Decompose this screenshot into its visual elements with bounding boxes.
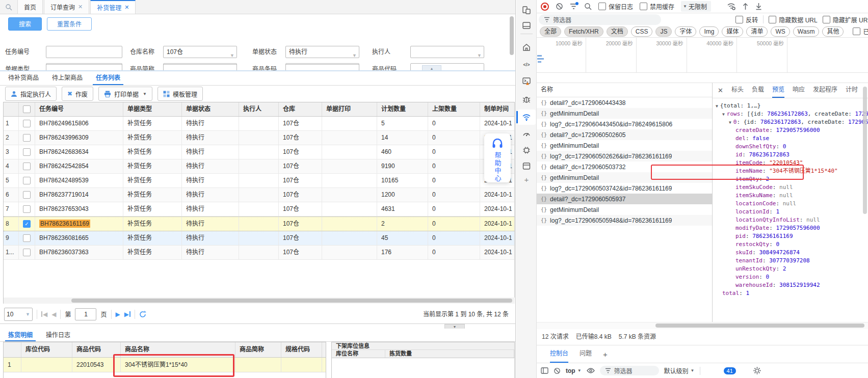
type-chip-10[interactable]: Wasm [793, 26, 820, 37]
column-header-7[interactable]: 上架数量 [428, 102, 480, 116]
json-line[interactable]: ▼rows: [{id: 786236172863, createDate: 1… [722, 110, 868, 118]
filter-select-1[interactable]: 107仓▼ [163, 46, 237, 58]
section-tab-2[interactable]: 任务列表 [93, 71, 123, 85]
toolbar-button-0[interactable]: 指定执行人 [5, 87, 57, 101]
home-icon[interactable] [522, 43, 531, 52]
json-line[interactable]: locationCode: null [735, 200, 796, 208]
json-line[interactable]: version: 0 [735, 273, 769, 281]
page-number-input[interactable]: 1 [75, 308, 96, 320]
clear-icon[interactable] [556, 3, 563, 10]
table-row[interactable]: 3BH786242683634补货任务待执行107仓46002024-10-1 [4, 145, 514, 159]
request-row[interactable]: {}detail?_dc=1729060502605 [537, 129, 712, 140]
checkbox-icon[interactable] [23, 148, 31, 156]
json-preview-tree[interactable]: ▼{total: 1,…}▼rows: [{id: 786236172863, … [713, 98, 868, 322]
drawer-add-icon[interactable]: + [603, 350, 608, 359]
gear-icon[interactable] [753, 367, 761, 374]
filter-select-2[interactable]: 待执行▼ [285, 46, 359, 58]
elements-icon[interactable]: </> [522, 60, 531, 69]
request-row[interactable]: {}log?_dc=1729060502626&id=786236161169 [537, 151, 712, 161]
window-tab-1[interactable]: 订单查询✕ [44, 0, 89, 14]
row-checkbox[interactable] [19, 202, 35, 216]
console-clear-icon[interactable] [554, 367, 561, 374]
throttling-select[interactable]: ▼无限制 [681, 1, 711, 12]
record-icon[interactable] [541, 3, 549, 11]
filter-input-partial[interactable] [285, 64, 359, 71]
json-line[interactable]: locationQtyInfoList: null [735, 216, 820, 224]
json-line[interactable]: skuId: 308494726874 [735, 249, 800, 257]
disable-cache-checkbox[interactable]: 禁用缓存 [640, 2, 674, 11]
preserve-log-checkbox[interactable]: 保留日志 [598, 2, 633, 11]
filter-icon[interactable] [570, 3, 577, 10]
row-checkbox[interactable] [19, 188, 35, 202]
column-header-2[interactable]: 单据状态 [182, 102, 239, 116]
json-line[interactable]: unRestockQty: 2 [735, 265, 786, 273]
json-line[interactable]: id: 786236172863 [735, 151, 790, 159]
json-line[interactable]: tenantId: 307770397208 [735, 257, 810, 265]
column-header-5[interactable]: 单据打印 [322, 102, 377, 116]
export-har-icon[interactable] [755, 3, 762, 10]
toolbar-button-3[interactable]: 模板管理 [157, 87, 203, 101]
pick-column-header-5[interactable]: 规 [322, 342, 326, 357]
type-chip-5[interactable]: 字体 [675, 26, 696, 37]
filter-input-0[interactable] [46, 46, 122, 58]
detail-tab-1[interactable]: 操作日志 [43, 329, 73, 341]
table-row[interactable]: 7BH786237653043补货任务待执行107仓463102024-10-1 [4, 202, 514, 217]
type-chip-4[interactable]: JS [655, 26, 672, 37]
row-checkbox[interactable]: ✓ [19, 217, 35, 231]
row-checkbox[interactable] [19, 159, 35, 173]
performance-icon[interactable] [522, 129, 531, 138]
row-checkbox[interactable] [19, 246, 35, 259]
console-message-count-badge[interactable]: 41 [724, 367, 736, 374]
request-row[interactable]: {}getMinimumDetail [537, 204, 712, 215]
table-row[interactable]: 5BH786242489539补货任务待执行107仓1016502024-10-… [4, 174, 514, 188]
first-page-button[interactable]: ◀ [41, 311, 47, 318]
table-row[interactable]: 2BH786243996309补货任务待执行107仓1402024-10-1 [4, 131, 514, 145]
dock-panel-icon[interactable] [522, 21, 531, 30]
request-row[interactable]: {}log?_dc=1729060505948&id=786236161169 [537, 215, 712, 226]
prev-page-button[interactable]: ◀ [51, 311, 56, 318]
filter-input-partial[interactable] [46, 64, 122, 71]
table-row[interactable]: 9BH786236081665补货任务待执行107仓4502024-10-1 [4, 231, 514, 246]
detail-tab-0[interactable]: 拣货明细 [5, 329, 36, 341]
import-har-icon[interactable] [742, 3, 749, 10]
json-line[interactable]: createDate: 1729057596000 [735, 126, 820, 134]
page-size-select[interactable]: 10▼ [4, 308, 33, 321]
shelf-col-location-name[interactable]: 库位名称 [332, 350, 385, 358]
row-checkbox[interactable] [19, 174, 35, 187]
last-page-button[interactable]: ▶ [124, 311, 130, 318]
type-chip-9[interactable]: WS [771, 26, 790, 37]
detail-tab-计时[interactable]: 计时 [846, 83, 858, 98]
json-line[interactable]: total: 1 [722, 289, 749, 298]
table-row[interactable]: 4BH786242542854补货任务待执行107仓919002024-10-1 [4, 159, 514, 174]
table-row[interactable]: 1...BH786236037363补货任务待执行107仓17602024-10… [4, 246, 514, 260]
row-checkbox[interactable] [19, 131, 35, 145]
checkbox-icon[interactable] [23, 234, 31, 242]
search-button[interactable]: 搜索 [8, 17, 42, 31]
request-row[interactable]: {}detail?_dc=1729060443438 [537, 97, 712, 108]
type-chip-8[interactable]: 清单 [746, 26, 768, 37]
checkbox-icon[interactable] [23, 249, 31, 256]
log-level-select[interactable]: 默认级别▼ [664, 366, 695, 375]
header-select-all[interactable] [19, 102, 35, 116]
type-chip-11[interactable]: 其他 [822, 26, 844, 37]
request-row[interactable]: {}log?_dc=1729060443450&id=786249615806 [537, 119, 712, 129]
section-tab-1[interactable]: 待上架商品 [49, 71, 86, 85]
detail-vertical-scrollbar[interactable] [863, 87, 867, 214]
reset-conditions-button[interactable]: 重置条件 [47, 17, 92, 31]
checkbox-icon[interactable] [23, 105, 31, 113]
json-line[interactable]: itemSkuName: null [735, 192, 793, 200]
network-search-icon[interactable] [584, 3, 592, 10]
disclosure-triangle-icon[interactable]: ▼ [716, 104, 718, 109]
request-row[interactable]: {}getMinimumDetail [537, 108, 712, 119]
column-header-8[interactable]: 制单时间 [480, 102, 515, 116]
live-expression-icon[interactable] [587, 368, 595, 373]
window-tab-2[interactable]: 补货管理✕ [90, 0, 136, 14]
network-conditions-icon[interactable] [727, 3, 735, 10]
hide-data-urls-checkbox[interactable]: 隐藏数据 URL [769, 15, 817, 24]
detail-tab-预览[interactable]: 预览 [772, 83, 784, 98]
disclosure-triangle-icon[interactable]: ▼ [722, 112, 725, 117]
network-timeline[interactable]: 10000 毫秒20000 毫秒30000 毫秒40000 毫秒50000 毫秒 [537, 38, 868, 73]
table-horizontal-scrollbar[interactable] [4, 298, 515, 304]
console-filter-input[interactable]: 筛选器 [600, 366, 659, 375]
window-tab-0[interactable]: 首页 [17, 0, 43, 14]
